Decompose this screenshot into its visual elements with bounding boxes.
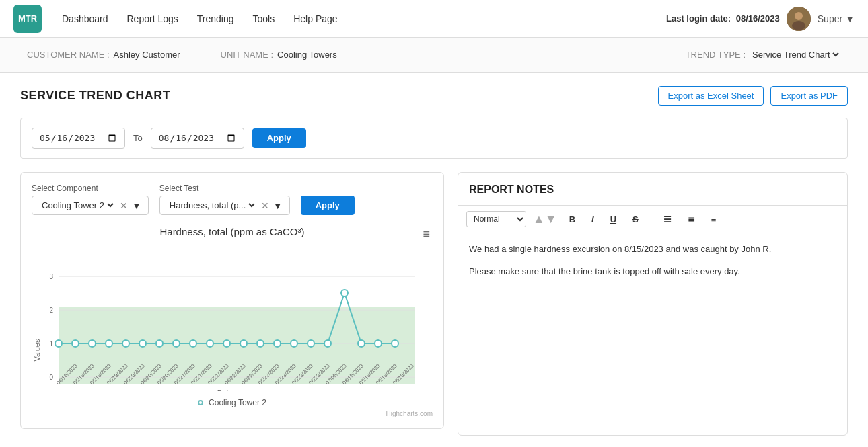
test-label: Select Test (159, 184, 290, 193)
indent-button[interactable]: ≡ (706, 212, 722, 227)
export-excel-button[interactable]: Export as Excel Sheet (658, 86, 764, 106)
format-separator: ▲▼ (533, 212, 557, 227)
trend-section: TREND TYPE : Service Trend Chart (686, 49, 841, 60)
svg-point-26 (274, 340, 281, 347)
nav-report-logs[interactable]: Report Logs (127, 13, 178, 24)
test-clear-icon[interactable]: ✕ (261, 200, 269, 211)
test-select-wrap[interactable]: Hardness, total (p... ✕ ▼ (159, 196, 290, 215)
select-row: Select Component Cooling Tower 2 ✕ ▼ Sel… (32, 184, 433, 215)
customer-value: Ashley Customer (114, 50, 180, 60)
toolbar-separator (651, 213, 651, 225)
svg-point-21 (190, 340, 196, 347)
underline-button[interactable]: U (605, 212, 622, 227)
svg-text:2: 2 (49, 307, 53, 314)
component-select[interactable]: Cooling Tower 2 (39, 200, 116, 211)
svg-point-14 (72, 340, 79, 347)
svg-text:1: 1 (49, 340, 53, 348)
note-line-2: Please make sure that the brine tank is … (469, 265, 836, 279)
report-notes-card: REPORT NOTES Normal Heading 1 Heading 2 … (458, 172, 848, 436)
login-date-label: Last login date: 08/16/2023 (666, 13, 780, 24)
svg-point-17 (122, 340, 129, 347)
page-title: SERVICE TREND CHART (20, 89, 170, 103)
chart-title: Hardness, total (ppm as CaCO³) (32, 226, 433, 237)
ordered-list-button[interactable]: ☰ (658, 212, 677, 227)
svg-point-16 (106, 340, 112, 347)
italic-button[interactable]: I (586, 212, 600, 227)
legend-label: Cooling Tower 2 (209, 398, 266, 407)
component-select-group: Select Component Cooling Tower 2 ✕ ▼ (32, 184, 149, 215)
avatar (787, 7, 811, 31)
title-buttons: Export as Excel Sheet Export as PDF (658, 86, 848, 106)
to-date-input[interactable] (151, 128, 244, 149)
svg-point-1 (795, 12, 803, 20)
svg-text:Values: Values (33, 339, 41, 361)
test-select[interactable]: Hardness, total (p... (167, 200, 257, 211)
nav-links: Dashboard Report Logs Trending Tools Hel… (62, 13, 666, 24)
svg-point-27 (291, 340, 297, 347)
user-name: Super (818, 13, 842, 24)
highcharts-attribution: Highcharts.com (32, 410, 433, 417)
component-label: Select Component (32, 184, 149, 193)
nav-dashboard[interactable]: Dashboard (62, 13, 108, 24)
test-chevron-icon: ▼ (273, 200, 283, 211)
user-menu[interactable]: Super ▼ (818, 13, 855, 24)
customer-section: CUSTOMER NAME : Ashley Customer (27, 50, 180, 60)
component-select-wrap[interactable]: Cooling Tower 2 ✕ ▼ (32, 196, 149, 215)
svg-point-15 (89, 340, 96, 347)
apply-filter-button[interactable]: Apply (301, 196, 355, 215)
logo-text: MTR (18, 13, 37, 24)
editor-toolbar: Normal Heading 1 Heading 2 Heading 3 ▲▼ … (458, 205, 847, 233)
svg-point-33 (392, 340, 398, 347)
nav-tools[interactable]: Tools (253, 13, 275, 24)
chevron-down-icon: ▼ (845, 13, 855, 24)
main-content: SERVICE TREND CHART Export as Excel Shee… (0, 73, 868, 447)
component-chevron-icon: ▼ (132, 200, 141, 211)
chart-legend: Cooling Tower 2 (32, 398, 433, 407)
chart-svg: Values 3 2 (32, 243, 433, 393)
svg-point-31 (358, 340, 365, 347)
svg-point-2 (792, 21, 805, 30)
svg-text:Dates: Dates (217, 389, 237, 391)
chart-menu-icon[interactable]: ≡ (423, 227, 430, 241)
svg-point-32 (375, 340, 382, 347)
svg-point-23 (223, 340, 230, 347)
from-date-input[interactable] (32, 128, 125, 149)
logo: MTR (13, 5, 42, 33)
export-pdf-button[interactable]: Export as PDF (770, 86, 848, 106)
login-date-value: 08/16/2023 (736, 13, 780, 24)
svg-point-22 (207, 340, 213, 347)
note-line-1: We had a single hardness excursion on 8/… (469, 243, 836, 257)
svg-point-13 (55, 340, 62, 347)
svg-point-24 (240, 340, 247, 347)
svg-point-25 (257, 340, 264, 347)
test-select-group: Select Test Hardness, total (p... ✕ ▼ (159, 184, 290, 215)
trend-type-select[interactable]: Service Trend Chart (750, 49, 841, 60)
chart-area: Hardness, total (ppm as CaCO³) ≡ Values (32, 226, 433, 417)
strikethrough-button[interactable]: S (627, 212, 644, 227)
component-clear-icon[interactable]: ✕ (120, 200, 128, 211)
nav-trending[interactable]: Trending (197, 13, 234, 24)
apply-date-button[interactable]: Apply (252, 128, 306, 148)
svg-point-29 (324, 340, 331, 347)
editor-content[interactable]: We had a single hardness excursion on 8/… (458, 233, 847, 435)
svg-point-30 (341, 290, 348, 296)
page-title-row: SERVICE TREND CHART Export as Excel Shee… (20, 86, 848, 106)
unit-value: Cooling Towers (277, 50, 337, 60)
chart-card: Select Component Cooling Tower 2 ✕ ▼ Sel… (20, 172, 444, 429)
svg-point-19 (156, 340, 163, 347)
format-select[interactable]: Normal Heading 1 Heading 2 Heading 3 (466, 211, 526, 227)
navbar: MTR Dashboard Report Logs Trending Tools… (0, 0, 868, 38)
bold-button[interactable]: B (564, 212, 581, 227)
left-col: Select Component Cooling Tower 2 ✕ ▼ Sel… (20, 172, 444, 436)
two-col-layout: Select Component Cooling Tower 2 ✕ ▼ Sel… (20, 172, 848, 436)
trend-label: TREND TYPE : (686, 50, 746, 60)
unit-label: UNIT NAME : (221, 50, 274, 60)
unit-section: UNIT NAME : Cooling Towers (221, 50, 337, 60)
report-notes-title: REPORT NOTES (458, 173, 847, 196)
svg-text:3: 3 (49, 273, 53, 280)
header-bar: CUSTOMER NAME : Ashley Customer UNIT NAM… (0, 38, 868, 73)
legend-dot (198, 400, 203, 405)
nav-help-page[interactable]: Help Page (293, 13, 337, 24)
unordered-list-button[interactable]: ≣ (682, 212, 700, 227)
customer-label: CUSTOMER NAME : (27, 50, 110, 60)
